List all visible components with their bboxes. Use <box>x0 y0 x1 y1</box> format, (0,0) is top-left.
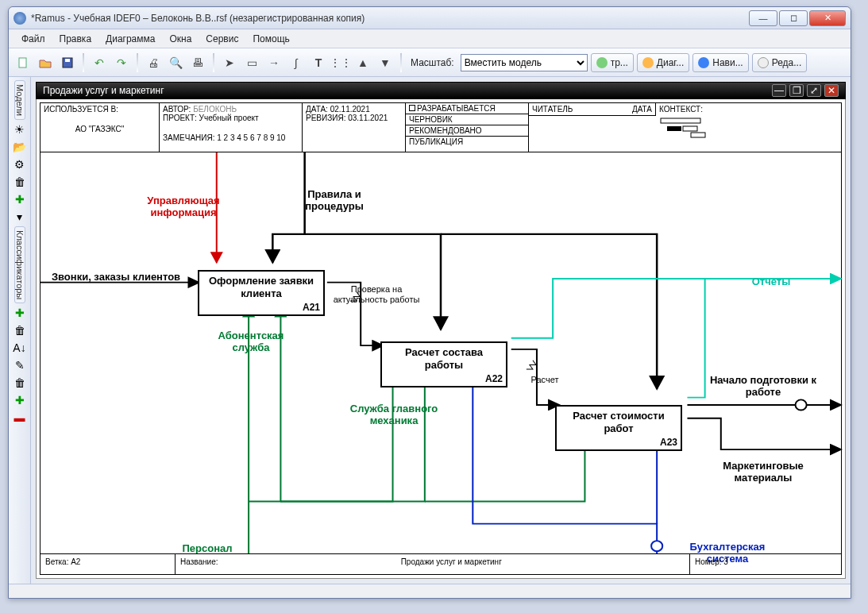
print-icon[interactable]: 🖨 <box>144 53 163 72</box>
box-tool-icon[interactable]: ▭ <box>242 53 261 72</box>
author-value: БЕЛОКОНЬ <box>193 105 237 114</box>
statusbar <box>9 584 851 598</box>
menu-help[interactable]: Помощь <box>248 32 294 46</box>
lbl-calc: Расчет <box>517 375 573 385</box>
svg-rect-0 <box>19 58 26 67</box>
branch-label: Ветка: <box>45 557 68 566</box>
side-sun-icon[interactable]: ☀ <box>12 121 28 137</box>
zoom-select[interactable]: Вместить модель <box>461 54 588 71</box>
side-trash2-icon[interactable]: 🗑 <box>12 375 28 391</box>
side-open-icon[interactable]: 📂 <box>12 139 28 155</box>
panel-models[interactable]: Модели <box>14 80 25 120</box>
date-label: ДАТА: <box>306 105 328 114</box>
side-plus2-icon[interactable]: ✚ <box>12 392 28 408</box>
side-dropdown-icon[interactable]: ▾ <box>12 209 28 225</box>
undo-icon[interactable]: ↶ <box>90 53 109 72</box>
preview-icon[interactable]: 🔍 <box>166 53 185 72</box>
tilde-tool-icon[interactable]: ∫ <box>287 53 306 72</box>
save-icon[interactable] <box>58 53 77 72</box>
usedin-label: ИСПОЛЬЗУЕТСЯ В: <box>44 105 156 114</box>
context-label: КОНТЕКСТ: <box>659 105 838 114</box>
side-add-icon[interactable]: ✚ <box>12 305 28 321</box>
side-edit-icon[interactable]: ✎ <box>12 357 28 373</box>
document-title: Продажи услуг и маркетинг <box>43 85 164 96</box>
window-title: *Ramus - Учебная IDEF0 – Белоконь В.В..r… <box>31 13 749 24</box>
tab-editor[interactable]: Реда... <box>752 53 808 72</box>
lbl-check: Проверка на актуальность работы <box>333 284 420 304</box>
tab-tree[interactable]: тр... <box>591 53 634 72</box>
box-a21[interactable]: Оформление заявки клиентаA21 <box>198 270 325 316</box>
name-label: Название: <box>180 557 218 571</box>
doc-restore-icon[interactable]: ❐ <box>789 84 804 97</box>
menu-file[interactable]: Файл <box>17 32 50 46</box>
menu-windows[interactable]: Окна <box>164 32 196 46</box>
titlebar[interactable]: *Ramus - Учебная IDEF0 – Белоконь В.В..r… <box>9 7 851 29</box>
panel-classifiers[interactable]: Классификаторы <box>14 226 25 303</box>
name-value: Продажи услуг и маркетинг <box>218 557 685 571</box>
side-trash-icon[interactable]: 🗑 <box>12 174 28 190</box>
side-gear-icon[interactable]: ⚙ <box>12 156 28 172</box>
text-tool-icon[interactable]: T <box>309 53 328 72</box>
menu-diagram[interactable]: Диаграмма <box>101 32 160 46</box>
document-titlebar[interactable]: Продажи услуг и маркетинг — ❐ ⤢ ✕ <box>36 82 846 99</box>
doc-max-icon[interactable]: ⤢ <box>807 84 821 97</box>
app-window: *Ramus - Учебная IDEF0 – Белоконь В.В..r… <box>8 6 851 599</box>
num-value: 3 <box>723 557 728 566</box>
reader-label: ЧИТАТЕЛЬ <box>532 105 573 114</box>
menu-service[interactable]: Сервис <box>201 32 243 46</box>
close-button[interactable]: ✕ <box>809 10 846 26</box>
lbl-abonent: Абонентская служба <box>199 330 303 354</box>
open-icon[interactable] <box>36 53 55 72</box>
lbl-start: Начало подготовки к работе <box>708 375 819 399</box>
svg-rect-3 <box>661 118 700 123</box>
box-a22[interactable]: Расчет состава работыA22 <box>380 341 507 387</box>
project-value: Учебный проект <box>199 114 259 122</box>
svg-rect-5 <box>683 126 697 131</box>
status-4: ПУБЛИКАЦИЯ <box>406 137 528 147</box>
up-icon[interactable]: ▲ <box>353 53 372 72</box>
svg-rect-6 <box>691 133 705 137</box>
new-icon[interactable] <box>14 53 33 72</box>
idef-header: ИСПОЛЬЗУЕТСЯ В: АО "ГАЗЭКС" АВТОР: БЕЛОК… <box>41 103 841 152</box>
status-1: РАЗРАБАТЫВАЕТСЯ <box>417 104 496 113</box>
document-body[interactable]: ИСПОЛЬЗУЕТСЯ В: АО "ГАЗЭКС" АВТОР: БЕЛОК… <box>36 99 846 579</box>
arrow-tool-icon[interactable]: → <box>264 53 284 72</box>
branch-value: A2 <box>71 557 80 566</box>
usedin-value: АО "ГАЗЭКС" <box>44 125 156 133</box>
workarea: Модели ☀ 📂 ⚙ 🗑 ✚ ▾ Классификаторы ✚ 🗑 A↓… <box>9 77 851 584</box>
doc-min-icon[interactable]: — <box>772 84 786 97</box>
maximize-button[interactable]: ◻ <box>779 10 808 26</box>
status-3: РЕКОМЕНДОВАНО <box>406 125 528 137</box>
tab-navigator[interactable]: Нави... <box>692 53 748 72</box>
grid-icon[interactable]: ⋮⋮ <box>331 53 350 72</box>
side-del-icon[interactable]: 🗑 <box>12 322 28 338</box>
idef-footer: Ветка: A2 Название:Продажи услуг и марке… <box>41 553 841 574</box>
app-icon <box>14 12 26 25</box>
minimize-button[interactable]: — <box>749 10 777 26</box>
svg-point-7 <box>796 399 807 410</box>
lbl-input: Звонки, заказы клиентов <box>48 272 183 283</box>
diagram-canvas[interactable]: Оформление заявки клиентаA21 Расчет сост… <box>41 152 841 553</box>
num-label: Номер: <box>695 557 722 566</box>
redo-icon[interactable]: ↷ <box>112 53 131 72</box>
side-plus-icon[interactable]: ✚ <box>12 191 28 207</box>
tab-diagrams[interactable]: Диаг... <box>637 53 689 72</box>
side-minus-icon[interactable]: ▬ <box>12 410 28 426</box>
side-sort-icon[interactable]: A↓ <box>12 340 28 356</box>
printer-icon[interactable]: 🖶 <box>188 53 207 72</box>
doc-close-icon[interactable]: ✕ <box>824 84 839 97</box>
menu-edit[interactable]: Правка <box>55 32 97 46</box>
rev-value: 03.11.2021 <box>348 114 388 122</box>
reader-date-label: ДАТА <box>632 105 652 114</box>
author-label: АВТОР: <box>163 105 191 114</box>
svg-rect-4 <box>667 126 681 131</box>
sidebar: Модели ☀ 📂 ⚙ 🗑 ✚ ▾ Классификаторы ✚ 🗑 A↓… <box>9 77 31 584</box>
down-icon[interactable]: ▼ <box>376 53 395 72</box>
idef-frame: ИСПОЛЬЗУЕТСЯ В: АО "ГАЗЭКС" АВТОР: БЕЛОК… <box>40 102 842 575</box>
lbl-mechanic: Служба главного механика <box>334 403 453 427</box>
pointer-icon[interactable]: ➤ <box>220 53 239 72</box>
box-a23[interactable]: Расчет стоимости работA23 <box>555 405 682 451</box>
notes-value: 1 2 3 4 5 6 7 8 9 10 <box>217 133 285 142</box>
notes-label: ЗАМЕЧАНИЯ: <box>163 133 214 142</box>
status-2: ЧЕРНОВИК <box>406 114 528 125</box>
